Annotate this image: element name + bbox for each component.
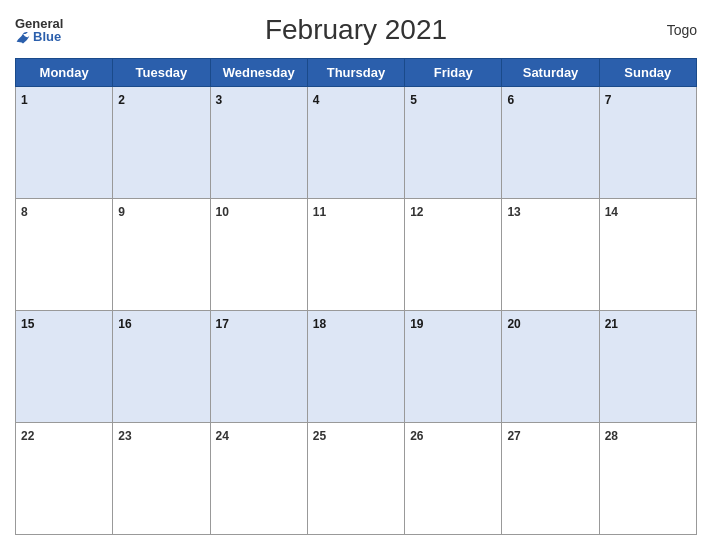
calendar-day-24: 24 <box>210 423 307 535</box>
calendar-day-27: 27 <box>502 423 599 535</box>
day-number: 18 <box>313 317 326 331</box>
calendar-day-3: 3 <box>210 87 307 199</box>
day-number: 7 <box>605 93 612 107</box>
weekday-header-friday: Friday <box>405 59 502 87</box>
calendar-day-18: 18 <box>307 311 404 423</box>
day-number: 21 <box>605 317 618 331</box>
day-number: 14 <box>605 205 618 219</box>
day-number: 26 <box>410 429 423 443</box>
logo-bird-icon <box>15 30 31 44</box>
calendar-day-1: 1 <box>16 87 113 199</box>
calendar-header: General Blue February 2021 Togo <box>15 10 697 50</box>
calendar-day-5: 5 <box>405 87 502 199</box>
day-number: 24 <box>216 429 229 443</box>
day-number: 13 <box>507 205 520 219</box>
day-number: 1 <box>21 93 28 107</box>
day-number: 6 <box>507 93 514 107</box>
day-number: 19 <box>410 317 423 331</box>
weekday-header-sunday: Sunday <box>599 59 696 87</box>
calendar-day-2: 2 <box>113 87 210 199</box>
calendar-day-17: 17 <box>210 311 307 423</box>
logo-general-text: General <box>15 17 63 30</box>
country-label: Togo <box>607 22 697 38</box>
calendar-day-28: 28 <box>599 423 696 535</box>
day-number: 9 <box>118 205 125 219</box>
day-number: 20 <box>507 317 520 331</box>
day-number: 25 <box>313 429 326 443</box>
day-number: 15 <box>21 317 34 331</box>
calendar-day-20: 20 <box>502 311 599 423</box>
calendar-day-21: 21 <box>599 311 696 423</box>
week-row-3: 15161718192021 <box>16 311 697 423</box>
weekday-header-row: MondayTuesdayWednesdayThursdayFridaySatu… <box>16 59 697 87</box>
calendar-day-26: 26 <box>405 423 502 535</box>
calendar-day-14: 14 <box>599 199 696 311</box>
day-number: 2 <box>118 93 125 107</box>
day-number: 5 <box>410 93 417 107</box>
day-number: 10 <box>216 205 229 219</box>
calendar-day-8: 8 <box>16 199 113 311</box>
calendar-day-22: 22 <box>16 423 113 535</box>
logo-blue-text: Blue <box>15 30 61 44</box>
calendar-day-7: 7 <box>599 87 696 199</box>
calendar-day-13: 13 <box>502 199 599 311</box>
week-row-4: 22232425262728 <box>16 423 697 535</box>
week-row-1: 1234567 <box>16 87 697 199</box>
weekday-header-thursday: Thursday <box>307 59 404 87</box>
day-number: 16 <box>118 317 131 331</box>
day-number: 12 <box>410 205 423 219</box>
day-number: 8 <box>21 205 28 219</box>
calendar-day-6: 6 <box>502 87 599 199</box>
weekday-header-saturday: Saturday <box>502 59 599 87</box>
calendar-day-19: 19 <box>405 311 502 423</box>
weekday-header-monday: Monday <box>16 59 113 87</box>
weekday-header-wednesday: Wednesday <box>210 59 307 87</box>
calendar-day-23: 23 <box>113 423 210 535</box>
day-number: 3 <box>216 93 223 107</box>
calendar-day-9: 9 <box>113 199 210 311</box>
calendar-day-4: 4 <box>307 87 404 199</box>
weekday-header-tuesday: Tuesday <box>113 59 210 87</box>
calendar-title: February 2021 <box>105 14 607 46</box>
calendar-day-15: 15 <box>16 311 113 423</box>
day-number: 4 <box>313 93 320 107</box>
calendar-day-16: 16 <box>113 311 210 423</box>
week-row-2: 891011121314 <box>16 199 697 311</box>
day-number: 22 <box>21 429 34 443</box>
day-number: 27 <box>507 429 520 443</box>
day-number: 11 <box>313 205 326 219</box>
calendar-day-12: 12 <box>405 199 502 311</box>
calendar-day-10: 10 <box>210 199 307 311</box>
day-number: 28 <box>605 429 618 443</box>
day-number: 17 <box>216 317 229 331</box>
calendar-day-25: 25 <box>307 423 404 535</box>
calendar-day-11: 11 <box>307 199 404 311</box>
logo: General Blue <box>15 17 105 44</box>
calendar-table: MondayTuesdayWednesdayThursdayFridaySatu… <box>15 58 697 535</box>
day-number: 23 <box>118 429 131 443</box>
